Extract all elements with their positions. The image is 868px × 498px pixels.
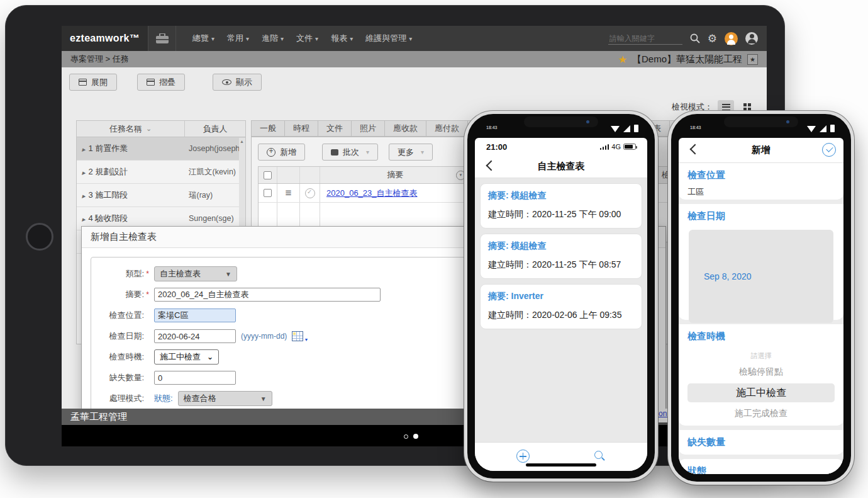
more-button[interactable]: 更多	[389, 144, 433, 161]
location-input[interactable]	[154, 308, 236, 322]
row-checkbox[interactable]	[264, 189, 272, 197]
gear-icon[interactable]: ⚙	[708, 33, 717, 44]
tab-photos[interactable]: 照片	[352, 120, 385, 137]
list-item[interactable]: 摘要: 模組檢查 建立時間：2020-11-25 下午 08:57	[480, 234, 642, 279]
carousel-dot[interactable]	[404, 434, 408, 439]
app-logo[interactable]: ezteamwork™	[62, 26, 148, 51]
list-item[interactable]: 摘要: 模組檢查 建立時間：2020-11-25 下午 09:00	[480, 183, 642, 229]
defect-section[interactable]: 缺失數量	[679, 430, 843, 455]
phone-bezel: 18:43 新增 檢查位置 工區	[671, 114, 851, 482]
timing-picker: 請選擇 檢驗停留點 施工中檢查 施工完成檢查	[687, 351, 835, 419]
add-icon[interactable]	[516, 450, 530, 463]
calendar-icon[interactable]	[292, 331, 303, 341]
expand-arrow-icon[interactable]	[82, 167, 86, 177]
search-icon[interactable]	[593, 450, 606, 462]
tree-row[interactable]: 2 規劃設計 江凱文(kevin)	[77, 161, 245, 184]
star-toggle-button[interactable]	[747, 54, 758, 65]
breadcrumb[interactable]: 專案管理 > 任務	[70, 54, 129, 65]
timing-select[interactable]: 施工中檢查	[154, 349, 219, 365]
inspection-link[interactable]: 2020_06_23_自主檢查表	[326, 188, 418, 199]
menu-advanced[interactable]: 進階	[262, 33, 284, 44]
tab-receivables[interactable]: 應收款	[385, 120, 426, 137]
date-label: 檢查日期:	[91, 331, 149, 342]
summary-column-header[interactable]: 摘要	[320, 167, 471, 183]
tree-row[interactable]: 1 前置作業 Joseph(joseph)	[77, 137, 245, 161]
menu-common[interactable]: 常用	[227, 33, 249, 44]
phone-notch	[524, 116, 598, 127]
status-select[interactable]: 檢查合格▼	[178, 391, 272, 406]
grid-view-icon	[743, 103, 751, 111]
list-title: 自主檢查表	[475, 161, 647, 173]
phone-bezel: 18:43 21:00 4G	[467, 114, 655, 478]
account-icon[interactable]	[745, 32, 758, 45]
user-avatar[interactable]	[725, 32, 738, 45]
tablet-screen: ezteamwork™ 總覽 常用 進階 文件 報表 維護與管理	[62, 26, 767, 446]
confirm-check-icon[interactable]	[822, 143, 836, 157]
menu-maintenance[interactable]: 維護與管理	[365, 33, 412, 44]
item-created: 建立時間：2020-02-06 上午 09:35	[488, 310, 634, 321]
back-chevron-icon[interactable]	[687, 144, 700, 156]
expand-arrow-icon[interactable]	[82, 144, 86, 154]
task-owner: 江凱文(kevin)	[185, 167, 245, 178]
batch-button[interactable]: 批次	[322, 144, 378, 161]
expand-arrow-icon[interactable]	[82, 214, 86, 224]
timing-option[interactable]: 施工完成檢查	[735, 408, 787, 419]
collapse-icon	[147, 79, 155, 86]
tree-header-name[interactable]: 任務名稱	[77, 121, 185, 137]
menu-overview[interactable]: 總覽	[192, 33, 214, 44]
home-indicator[interactable]	[526, 463, 596, 467]
tab-schedule[interactable]: 時程	[285, 120, 318, 137]
item-created: 建立時間：2020-11-25 下午 09:00	[488, 209, 634, 220]
summary-label: 摘要:*	[91, 289, 149, 300]
phone-notch	[724, 116, 798, 127]
back-chevron-icon[interactable]	[484, 160, 496, 173]
project-name[interactable]: 【Demo】華猛太陽能工程	[632, 54, 742, 65]
collapse-button[interactable]: 摺疊	[137, 74, 185, 91]
batch-label: 批次	[343, 147, 359, 158]
top-navbar: ezteamwork™ 總覽 常用 進階 文件 報表 維護與管理	[62, 26, 767, 51]
summary-input[interactable]	[154, 288, 381, 302]
tab-general[interactable]: 一般	[251, 120, 285, 137]
tab-documents[interactable]: 文件	[318, 120, 352, 137]
tree-header: 任務名稱 負責人	[77, 121, 245, 137]
list-item[interactable]: 摘要: Inverter 建立時間：2020-02-06 上午 09:35	[480, 284, 642, 329]
expand-button[interactable]: 展開	[69, 74, 117, 91]
menu-documents[interactable]: 文件	[296, 33, 318, 44]
task-owner: Sungen(sge)	[185, 214, 245, 223]
bezel-time: 18:43	[486, 125, 498, 130]
tree-header-owner[interactable]: 負責人	[185, 121, 245, 137]
favorite-star-icon[interactable]	[618, 54, 627, 65]
list-header: 自主檢查表	[475, 156, 647, 178]
item-summary: 摘要: 模組檢查	[488, 190, 634, 201]
briefcase-icon[interactable]	[148, 26, 176, 51]
briefcase-glyph	[156, 33, 169, 43]
expand-arrow-icon[interactable]	[82, 191, 86, 200]
carousel-dot[interactable]	[413, 434, 418, 439]
timing-label: 檢查時機	[687, 331, 835, 342]
add-label: 新增	[280, 147, 296, 158]
menu-reports[interactable]: 報表	[331, 33, 353, 44]
date-value: Sep 8, 2020	[704, 271, 752, 281]
type-select[interactable]: 自主檢查表▼	[154, 266, 237, 281]
battery-icon	[623, 144, 636, 150]
plus-icon	[267, 148, 275, 157]
defect-count-input[interactable]	[154, 371, 236, 385]
location-section[interactable]: 檢查位置 工區	[679, 163, 843, 200]
timing-option[interactable]: 檢驗停留點	[739, 366, 783, 378]
add-button[interactable]: 新增	[258, 144, 305, 161]
global-search-input[interactable]	[608, 33, 682, 45]
show-button[interactable]: 顯示	[213, 74, 262, 91]
tab-payables[interactable]: 應付款	[426, 120, 468, 137]
location-value: 工區	[687, 186, 835, 198]
date-input[interactable]	[154, 329, 236, 343]
timing-option-selected[interactable]: 施工中檢查	[687, 383, 835, 402]
tree-row[interactable]: 3 施工階段 瑞(ray)	[77, 184, 245, 207]
status-section[interactable]: 狀態	[679, 459, 843, 474]
bottom-black-strip	[62, 425, 767, 446]
drag-handle-icon[interactable]	[286, 187, 292, 200]
date-picker[interactable]: Sep 8, 2020	[689, 230, 833, 323]
signal-icon	[623, 125, 630, 132]
timing-option[interactable]: 請選擇	[751, 351, 772, 361]
search-icon[interactable]	[690, 33, 700, 43]
select-all-checkbox[interactable]	[264, 171, 272, 179]
